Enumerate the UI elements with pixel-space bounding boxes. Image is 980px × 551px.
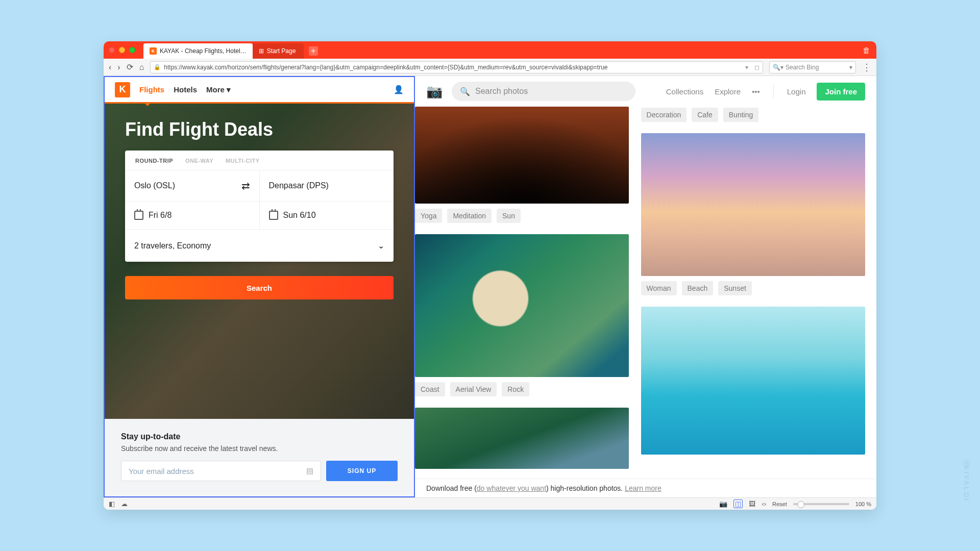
travelers-field[interactable]: 2 travelers, Economy ⌄ bbox=[125, 230, 394, 262]
tab-oneway[interactable]: ONE-WAY bbox=[185, 158, 213, 164]
chevron-down-icon[interactable]: ▾ bbox=[849, 64, 852, 71]
tab-startpage[interactable]: ⊞ Start Page bbox=[253, 43, 304, 59]
photo-grid: Yoga Meditation Sun Coast Aerial View Ro… bbox=[415, 107, 876, 482]
chevron-down-icon: ▾ bbox=[227, 85, 231, 94]
unsplash-header: 📷 🔍 Search photos Collections Explore ••… bbox=[415, 76, 876, 107]
tags-row: Woman Beach Sunset bbox=[641, 281, 865, 295]
chevron-down-icon[interactable]: ▾ bbox=[745, 64, 748, 71]
contact-card-icon[interactable]: ▤ bbox=[306, 466, 313, 475]
nav-more[interactable]: More ▾ bbox=[206, 85, 231, 94]
license-link[interactable]: do whatever you want bbox=[477, 484, 546, 492]
nav-hotels[interactable]: Hotels bbox=[174, 85, 197, 94]
tag[interactable]: Rock bbox=[502, 382, 529, 396]
tab-kayak[interactable]: K KAYAK - Cheap Flights, Hotel… bbox=[143, 43, 253, 59]
sync-icon[interactable]: ☁ bbox=[121, 500, 128, 508]
vivaldi-watermark: ⓥ VIVALDI bbox=[962, 454, 971, 502]
back-button[interactable]: ‹ bbox=[109, 63, 111, 72]
tab-title: Start Page bbox=[267, 47, 296, 55]
grid-icon: ⊞ bbox=[259, 47, 264, 55]
camera-icon[interactable]: 📷 bbox=[426, 84, 443, 99]
photo-beach-sunset[interactable] bbox=[641, 133, 865, 276]
nav-flights[interactable]: Flights bbox=[139, 85, 164, 94]
code-icon[interactable]: ‹› bbox=[762, 500, 766, 508]
status-bar: ◧ ☁ 📷 ◫ 🖼 ‹› Reset 100 % bbox=[104, 497, 876, 510]
email-field[interactable]: Your email address ▤ bbox=[121, 461, 321, 481]
forward-button[interactable]: › bbox=[117, 63, 120, 72]
kayak-logo[interactable]: K bbox=[115, 82, 130, 97]
close-window[interactable] bbox=[109, 47, 115, 53]
new-tab-button[interactable]: + bbox=[309, 46, 318, 56]
tab-multicity[interactable]: MULTI-CITY bbox=[226, 158, 260, 164]
tag[interactable]: Beach bbox=[682, 281, 714, 295]
tags-row: Decoration Cafe Bunting bbox=[641, 108, 865, 122]
newsletter-sub: Subscribe now and receive the latest tra… bbox=[121, 444, 398, 453]
zoom-level: 100 % bbox=[855, 501, 871, 507]
search-placeholder: Search Bing bbox=[786, 64, 819, 71]
url-text: https://www.kayak.com/horizon/sem/flight… bbox=[164, 64, 607, 71]
photo-yoga-silhouette[interactable] bbox=[415, 107, 629, 204]
tab-roundtrip[interactable]: ROUND-TRIP bbox=[135, 158, 173, 164]
grid-col-right: Decoration Cafe Bunting Woman Beach Suns… bbox=[641, 107, 865, 482]
bookmark-icon[interactable]: ◻ bbox=[754, 64, 760, 71]
active-tab-indicator bbox=[143, 102, 152, 106]
home-button[interactable]: ⌂ bbox=[139, 63, 144, 72]
tab-strip: K KAYAK - Cheap Flights, Hotel… ⊞ Start … bbox=[104, 41, 876, 59]
tag[interactable]: Cafe bbox=[692, 108, 718, 122]
calendar-icon bbox=[134, 211, 143, 220]
unsplash-nav: Collections Explore ••• Login Join free bbox=[666, 83, 865, 101]
zoom-slider[interactable] bbox=[793, 503, 849, 505]
depart-date-field[interactable]: Fri 6/8 bbox=[125, 202, 259, 229]
search-field[interactable]: 🔍▾ Search Bing ▾ bbox=[769, 61, 856, 73]
browser-window: K KAYAK - Cheap Flights, Hotel… ⊞ Start … bbox=[104, 41, 876, 510]
tag[interactable]: Sunset bbox=[718, 281, 752, 295]
panel-toggle-icon[interactable]: ◧ bbox=[109, 500, 115, 508]
tag[interactable]: Coast bbox=[415, 382, 445, 396]
pane-kayak: K Flights Hotels More ▾ 👤 Find Flight De… bbox=[104, 76, 415, 497]
tile-icon[interactable]: ◫ bbox=[733, 499, 743, 508]
tag[interactable]: Aerial View bbox=[450, 382, 497, 396]
search-input[interactable]: 🔍 Search photos bbox=[452, 82, 635, 101]
newsletter-title: Stay up-to-date bbox=[121, 432, 398, 441]
tag[interactable]: Woman bbox=[641, 281, 677, 295]
destination-field[interactable]: Denpasar (DPS) bbox=[259, 170, 394, 201]
tag[interactable]: Yoga bbox=[415, 209, 442, 223]
photo-infinity-pool[interactable] bbox=[641, 307, 865, 455]
download-banner: Download free (do whatever you want) hig… bbox=[415, 479, 876, 497]
zoom-reset[interactable]: Reset bbox=[772, 501, 787, 507]
tiled-pages: K Flights Hotels More ▾ 👤 Find Flight De… bbox=[104, 76, 876, 497]
address-bar[interactable]: 🔒 https://www.kayak.com/horizon/sem/flig… bbox=[150, 61, 763, 73]
trash-icon[interactable]: 🗑 bbox=[863, 46, 870, 55]
reload-button[interactable]: ⟳ bbox=[127, 62, 133, 72]
tag[interactable]: Meditation bbox=[447, 209, 492, 223]
tag[interactable]: Decoration bbox=[641, 108, 687, 122]
join-button[interactable]: Join free bbox=[817, 83, 865, 101]
kayak-favicon: K bbox=[150, 47, 157, 55]
nav-collections[interactable]: Collections bbox=[666, 87, 703, 96]
tag[interactable]: Sun bbox=[497, 209, 521, 223]
toolbar: ‹ › ⟳ ⌂ 🔒 https://www.kayak.com/horizon/… bbox=[104, 59, 876, 76]
photo-green-cliff[interactable] bbox=[415, 408, 629, 469]
user-icon[interactable]: 👤 bbox=[394, 85, 404, 94]
search-icon: 🔍 bbox=[460, 87, 470, 96]
more-icon[interactable]: ••• bbox=[752, 87, 760, 96]
signup-button[interactable]: SIGN UP bbox=[326, 461, 398, 481]
tag[interactable]: Bunting bbox=[723, 108, 758, 122]
search-button[interactable]: Search bbox=[125, 276, 394, 299]
chevron-down-icon: ⌄ bbox=[378, 241, 384, 251]
images-icon[interactable]: 🖼 bbox=[749, 500, 755, 508]
minimize-window[interactable] bbox=[119, 47, 125, 53]
maximize-window[interactable] bbox=[129, 47, 135, 53]
menu-button[interactable]: ⋮ bbox=[862, 62, 871, 73]
calendar-icon bbox=[269, 211, 278, 220]
photo-aerial-coast[interactable] bbox=[415, 234, 629, 377]
swap-icon[interactable]: ⇄ bbox=[241, 180, 250, 192]
capture-icon[interactable]: 📷 bbox=[719, 500, 727, 508]
tags-row: Yoga Meditation Sun bbox=[415, 209, 629, 223]
origin-field[interactable]: Oslo (OSL) ⇄ bbox=[125, 170, 259, 201]
learn-more-link[interactable]: Learn more bbox=[625, 484, 662, 492]
login-link[interactable]: Login bbox=[787, 87, 806, 96]
return-date-field[interactable]: Sun 6/10 bbox=[259, 202, 394, 229]
search-engine-icon[interactable]: 🔍▾ bbox=[773, 64, 783, 71]
tags-row: Coast Aerial View Rock bbox=[415, 382, 629, 396]
nav-explore[interactable]: Explore bbox=[715, 87, 741, 96]
